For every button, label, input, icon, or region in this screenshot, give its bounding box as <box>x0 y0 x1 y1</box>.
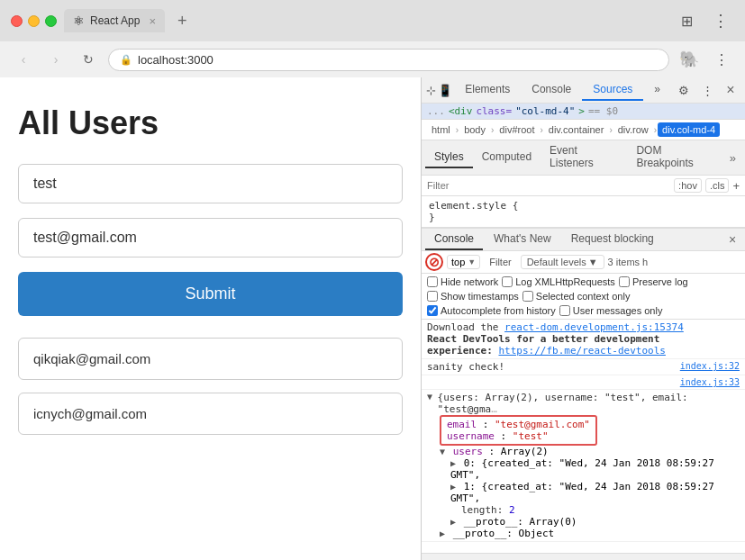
selected-element: ... <div class= "col-md-4" > == $0 <box>422 104 745 120</box>
sanity-check-source[interactable]: index.js:32 <box>680 361 740 371</box>
devtools-device-icon[interactable]: 📱 <box>438 79 452 101</box>
log-xmlhttp-check[interactable]: Log XMLHttpRequests <box>502 276 615 287</box>
menu-icon[interactable]: ⋮ <box>707 7 734 34</box>
users-expand-icon[interactable]: ▼ <box>440 447 445 456</box>
console-sanity-check: sanity check! index.js:32 <box>422 359 745 375</box>
object-preview: {users: Array(2), username: "test", emai… <box>438 392 740 415</box>
console-context-selector[interactable]: top ▼ <box>447 255 480 269</box>
preserve-log-check[interactable]: Preserve log <box>619 276 688 287</box>
webpage: All Users Submit qikqiak@gmail.com icnyc… <box>0 77 421 560</box>
url-bar[interactable]: 🔒 localhost:3000 <box>108 49 669 71</box>
user1-line: ▶ 1: {created_at: "Wed, 24 Jan 2018 08:5… <box>450 481 740 504</box>
reload-button[interactable]: ↻ <box>76 47 101 72</box>
styles-tabs: Styles Computed Event Listeners DOM Brea… <box>422 140 745 176</box>
react-dom-link[interactable]: react-dom.development.js:15374 <box>504 321 684 333</box>
minimize-traffic-light[interactable] <box>28 15 40 27</box>
styles-tab-styles[interactable]: Styles <box>425 147 473 168</box>
show-timestamps-check[interactable]: Show timestamps <box>427 291 519 302</box>
email-input[interactable] <box>18 218 403 257</box>
maximize-traffic-light[interactable] <box>45 15 57 27</box>
breadcrumb-html[interactable]: html <box>427 122 455 137</box>
forward-button[interactable]: › <box>43 47 68 72</box>
selected-context-check[interactable]: Selected context only <box>522 291 631 302</box>
cls-hint[interactable]: .cls <box>705 178 730 193</box>
devtools-nav-tabs: Elements Console Sources » <box>454 79 671 101</box>
url-text: localhost:3000 <box>138 53 214 67</box>
users-array-line: ▼ users : Array(2) <box>440 446 740 457</box>
styles-tab-more[interactable]: » <box>724 149 741 167</box>
request-blocking-tab[interactable]: Request blocking <box>562 229 663 250</box>
user0-expand-icon[interactable]: ▶ <box>450 458 456 468</box>
filter-input[interactable] <box>427 180 670 191</box>
filter-label: Filter <box>484 256 516 268</box>
whats-new-tab[interactable]: What's New <box>485 229 560 250</box>
devtools-panel: ⊹ 📱 Elements Console Sources » ⚙ ⋮ × ...… <box>421 77 745 560</box>
console-blank-line: index.js:33 <box>422 375 745 390</box>
user-item-2: icnych@gmail.com <box>18 393 403 435</box>
console-drawer-close[interactable]: × <box>723 230 741 248</box>
proto-obj-line: ▶ __proto__: Object <box>440 528 740 539</box>
submit-button[interactable]: Submit <box>18 272 403 316</box>
css-content: element.style { } <box>422 196 745 228</box>
default-levels-button[interactable]: Default levels ▼ <box>521 255 604 269</box>
default-levels-text: Default levels <box>527 257 586 267</box>
bottom-scrollbar[interactable] <box>422 553 745 560</box>
proto-arr-line: ▶ __proto__: Array(0) <box>450 516 740 528</box>
proto-obj-expand-icon[interactable]: ▶ <box>440 528 445 538</box>
styles-tab-dom-breakpoints[interactable]: DOM Breakpoints <box>627 140 723 175</box>
close-traffic-light[interactable] <box>11 15 23 27</box>
breadcrumb-container[interactable]: div.container <box>544 122 609 137</box>
devtools-topbar: ⊹ 📱 Elements Console Sources » ⚙ ⋮ × <box>422 77 745 104</box>
console-drawer-tab[interactable]: Console <box>425 229 483 250</box>
console-drawer-bar: Console What's New Request blocking × <box>422 228 745 251</box>
css-rule: element.style { <box>429 200 738 212</box>
proto-arr-expand-icon[interactable]: ▶ <box>450 517 456 527</box>
react-devtools-link[interactable]: https://fb.me/react-devtools <box>498 345 665 357</box>
breadcrumb-col[interactable]: div.col-md-4 <box>658 122 720 137</box>
tab-close-icon[interactable]: × <box>149 14 156 28</box>
user-messages-check[interactable]: User messages only <box>559 305 663 316</box>
console-object-line: ▼ {users: Array(2), username: "test", em… <box>422 390 745 542</box>
highlight-box: email : "test@gmail.com" username : "tes… <box>440 415 597 446</box>
length-line: length: 2 <box>450 504 740 516</box>
breadcrumb-row[interactable]: div.row <box>613 122 653 137</box>
autocomplete-check[interactable]: Autocomplete from history <box>427 305 556 316</box>
email-line: email : "test@gmail.com" <box>447 419 590 430</box>
context-arrow-icon: ▼ <box>468 257 476 266</box>
no-entry-icon[interactable]: ⊘ <box>425 253 443 271</box>
console-checkboxes: Hide network Log XMLHttpRequests Preserv… <box>422 274 745 320</box>
breadcrumb-body[interactable]: body <box>459 122 490 137</box>
user-item-1: qikqiak@gmail.com <box>18 338 403 380</box>
title-bar: ⚛ React App × + ⊞ ⋮ <box>0 0 745 41</box>
styles-tab-event-listeners[interactable]: Event Listeners <box>541 140 627 175</box>
console-filter-bar: ⊘ top ▼ Filter Default levels ▼ 3 items … <box>422 251 745 274</box>
back-button[interactable]: ‹ <box>11 47 36 72</box>
user1-expand-icon[interactable]: ▶ <box>450 482 456 492</box>
devtools-more-icon[interactable]: ⋮ <box>696 79 718 101</box>
username-line: username : "test" <box>447 430 590 442</box>
new-tab-button[interactable]: + <box>172 10 193 32</box>
devtools-cursor-icon[interactable]: ⊹ <box>425 79 436 101</box>
breadcrumb-bar: html › body › div#root › div.container ›… <box>422 120 745 140</box>
devtools-tab-elements[interactable]: Elements <box>454 79 521 101</box>
browser-menu-icon[interactable]: ⋮ <box>709 47 734 72</box>
extensions-icon[interactable]: ⊞ <box>673 7 700 34</box>
devtools-tab-more[interactable]: » <box>643 79 671 101</box>
devtools-tab-console[interactable]: Console <box>521 79 582 101</box>
levels-arrow-icon: ▼ <box>588 257 598 267</box>
user0-line: ▶ 0: {created_at: "Wed, 24 Jan 2018 08:5… <box>450 457 740 481</box>
styles-tab-computed[interactable]: Computed <box>473 147 541 168</box>
hov-hint[interactable]: :hov <box>674 178 702 193</box>
address-bar: ‹ › ↻ 🔒 localhost:3000 🐘 ⋮ <box>0 41 745 77</box>
devtools-tab-sources[interactable]: Sources <box>582 79 643 101</box>
username-input[interactable] <box>18 164 403 203</box>
object-expand-icon[interactable]: ▼ <box>427 392 436 402</box>
add-style-button[interactable]: + <box>732 179 740 193</box>
hide-network-check[interactable]: Hide network <box>427 276 498 287</box>
extension-icon[interactable]: 🐘 <box>677 47 702 72</box>
breadcrumb-root[interactable]: div#root <box>495 122 539 137</box>
blank-line-source[interactable]: index.js:33 <box>680 377 740 387</box>
devtools-settings-icon[interactable]: ⚙ <box>673 79 695 101</box>
css-close: } <box>429 212 738 223</box>
devtools-close-button[interactable]: × <box>720 79 741 101</box>
